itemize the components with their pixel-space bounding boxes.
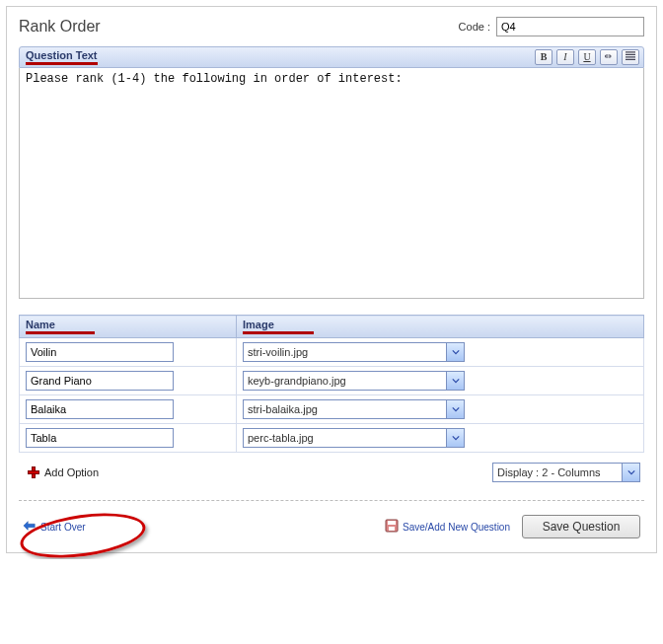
back-arrow-icon — [23, 520, 37, 534]
option-name-input[interactable] — [26, 342, 174, 362]
start-over-label: Start Over — [40, 522, 86, 533]
column-image-header: Image — [243, 319, 314, 334]
link-button[interactable] — [600, 49, 618, 65]
save-add-new-link[interactable]: Save/Add New Question — [385, 519, 510, 535]
chevron-down-icon — [446, 429, 464, 447]
table-row: stri-voilin.jpg — [20, 338, 644, 367]
option-image-dropdown[interactable]: stri-balaika.jpg — [243, 399, 465, 419]
svg-rect-2 — [389, 527, 395, 531]
chevron-down-icon — [446, 400, 464, 418]
link-icon — [603, 51, 615, 63]
code-wrap: Code : — [459, 17, 644, 36]
justify-button[interactable] — [622, 49, 639, 65]
option-image-value: perc-tabla.jpg — [248, 432, 314, 444]
below-table-row: Add Option Display : 2 - Columns — [19, 463, 644, 482]
column-name-header: Name — [26, 319, 95, 334]
separator — [19, 500, 644, 501]
italic-button[interactable]: I — [556, 49, 574, 65]
question-text-label: Question Text — [26, 49, 98, 65]
chevron-down-icon — [446, 372, 464, 390]
display-layout-value: Display : 2 - Columns — [497, 466, 601, 478]
option-image-dropdown[interactable]: stri-voilin.jpg — [243, 342, 465, 362]
save-add-label: Save/Add New Question — [403, 522, 510, 533]
question-text-section-bar: Question Text B I U — [19, 46, 644, 68]
page-title: Rank Order — [19, 18, 101, 36]
question-text-input[interactable]: Please rank (1-4) the following in order… — [19, 68, 644, 299]
table-row: perc-tabla.jpg — [20, 424, 644, 453]
option-name-input[interactable] — [26, 428, 174, 448]
footer-row: Start Over Save/Add New Question Save Qu… — [19, 515, 644, 538]
save-question-button[interactable]: Save Question — [522, 515, 640, 538]
table-row: keyb-grandpiano.jpg — [20, 367, 644, 395]
plus-icon — [27, 465, 40, 479]
display-layout-dropdown[interactable]: Display : 2 - Columns — [492, 463, 640, 482]
option-image-dropdown[interactable]: perc-tabla.jpg — [243, 428, 465, 448]
chevron-down-icon — [446, 343, 464, 361]
chevron-down-icon — [622, 464, 639, 481]
option-image-value: stri-balaika.jpg — [248, 403, 318, 415]
code-label: Code : — [459, 21, 490, 33]
add-option-label: Add Option — [44, 466, 99, 478]
add-option-button[interactable]: Add Option — [23, 464, 103, 481]
option-image-value: keyb-grandpiano.jpg — [248, 375, 346, 387]
save-icon — [385, 519, 399, 535]
svg-rect-1 — [388, 521, 396, 525]
option-image-dropdown[interactable]: keyb-grandpiano.jpg — [243, 371, 465, 391]
question-editor-frame: Rank Order Code : Question Text B I U Pl… — [6, 6, 657, 553]
option-name-input[interactable] — [26, 399, 174, 419]
underline-button[interactable]: U — [578, 49, 596, 65]
options-table: Name Image stri-voilin.jpg keyb-grandpi — [19, 315, 644, 453]
right-actions: Save/Add New Question Save Question — [385, 515, 640, 538]
option-image-value: stri-voilin.jpg — [248, 346, 308, 358]
code-input[interactable] — [496, 17, 644, 36]
start-over-link[interactable]: Start Over — [23, 520, 86, 534]
format-toolbar: B I U — [535, 49, 639, 65]
bold-button[interactable]: B — [535, 49, 552, 65]
header-row: Rank Order Code : — [19, 17, 644, 36]
justify-icon — [625, 51, 636, 63]
table-row: stri-balaika.jpg — [20, 395, 644, 424]
option-name-input[interactable] — [26, 371, 174, 391]
